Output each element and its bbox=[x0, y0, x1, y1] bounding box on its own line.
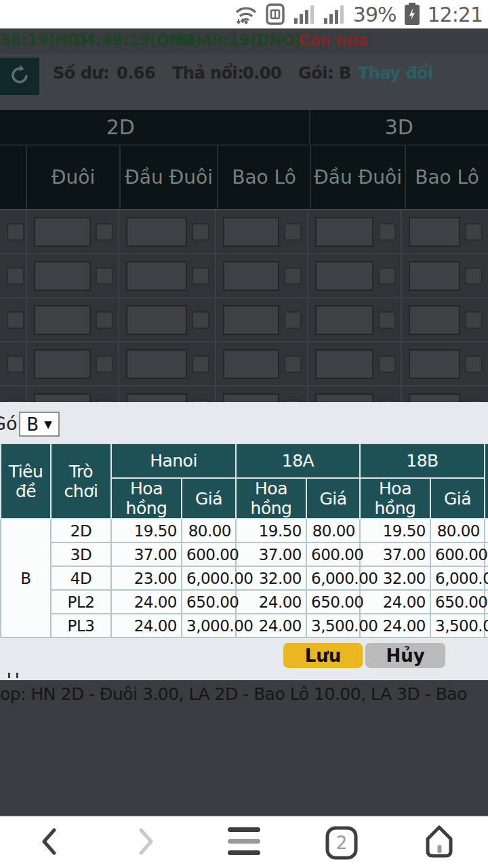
bet-checkbox[interactable] bbox=[465, 267, 483, 285]
bet-grid-cell bbox=[307, 254, 401, 297]
bet-amount-input[interactable] bbox=[315, 393, 373, 403]
bet-amount-input[interactable] bbox=[223, 393, 279, 403]
float-label: Thả nổi: bbox=[172, 64, 243, 83]
float-value: 0.00 bbox=[243, 64, 281, 83]
bet-grid-cell bbox=[26, 254, 119, 297]
bet-grid-cell bbox=[26, 342, 119, 385]
bet-checkbox[interactable] bbox=[284, 223, 302, 241]
header-tieu-de: Tiêu đề bbox=[1, 443, 51, 519]
bet-grid-cell bbox=[401, 342, 488, 385]
bet-checkbox[interactable] bbox=[378, 311, 396, 329]
bet-grid-cell bbox=[307, 342, 401, 385]
timer-bar: 38:19(HG) 04:49:19(QNG) 04:49:19(DNO) Cò… bbox=[0, 28, 488, 54]
bet-amount-input[interactable] bbox=[315, 305, 373, 335]
subheader-hoa-hong: Hoa hồng bbox=[360, 478, 430, 519]
bet-amount-input[interactable] bbox=[409, 217, 460, 247]
bet-amount-input[interactable] bbox=[126, 349, 187, 379]
bet-amount-input[interactable] bbox=[315, 349, 373, 379]
bet-checkbox[interactable] bbox=[465, 355, 483, 373]
rates-table: Tiêu đề Trò chơi Hanoi 18A 18B Hoa hồng … bbox=[0, 443, 488, 638]
wifi-icon bbox=[232, 4, 258, 24]
save-button[interactable]: Lưu bbox=[283, 643, 363, 668]
bet-grid-cell bbox=[215, 254, 307, 297]
table-row: 3D 37.00 600.00 37.00 600.00 37.00 600.0… bbox=[1, 542, 488, 566]
bet-table-group-header: 2D 3D bbox=[0, 110, 488, 146]
subheader-hoa-hong: Hoa hồng bbox=[236, 478, 306, 519]
bet-amount-input[interactable] bbox=[409, 393, 460, 403]
timer-hg: 38:19(HG) bbox=[0, 31, 87, 49]
bet-grid-body bbox=[0, 210, 488, 402]
bet-amount-input[interactable] bbox=[315, 261, 373, 291]
cancel-button[interactable]: Hủy bbox=[365, 643, 445, 668]
table-row: B 2D 19.50 80.00 19.50 80.00 19.50 80.00 bbox=[1, 519, 488, 542]
toolbar: Số dư: 0.66 Thả nổi: 0.00 Gói: B Thay đổ… bbox=[0, 54, 488, 110]
bet-checkbox[interactable] bbox=[284, 267, 302, 285]
bet-amount-input[interactable] bbox=[223, 305, 279, 335]
bet-amount-input[interactable] bbox=[34, 305, 91, 335]
bet-checkbox[interactable] bbox=[7, 355, 24, 373]
bet-checkbox[interactable] bbox=[96, 311, 113, 329]
home-button[interactable] bbox=[390, 817, 488, 868]
bet-amount-input[interactable] bbox=[126, 261, 187, 291]
bet-amount-input[interactable] bbox=[409, 261, 460, 291]
bet-checkbox[interactable] bbox=[192, 267, 209, 285]
back-button[interactable] bbox=[0, 817, 98, 868]
bet-amount-input[interactable] bbox=[34, 349, 91, 379]
bet-checkbox[interactable] bbox=[465, 223, 483, 241]
bet-checkbox[interactable] bbox=[7, 267, 24, 285]
bet-checkbox[interactable] bbox=[284, 355, 302, 373]
col-bao-lo: Bao Lô bbox=[217, 146, 310, 209]
browser-nav-bar: 2 bbox=[0, 816, 488, 868]
refresh-button[interactable] bbox=[0, 58, 39, 95]
bet-checkbox[interactable] bbox=[96, 223, 113, 241]
home-icon bbox=[422, 824, 456, 862]
bet-amount-input[interactable] bbox=[34, 393, 91, 403]
bet-amount-input[interactable] bbox=[34, 217, 91, 247]
bet-checkbox[interactable] bbox=[465, 311, 483, 329]
package-dropdown[interactable]: B ▼ bbox=[19, 412, 60, 437]
bet-checkbox[interactable] bbox=[192, 355, 209, 373]
bet-amount-input[interactable] bbox=[126, 217, 187, 247]
col-bao-lo-3d: Bao Lô bbox=[405, 146, 488, 209]
bet-amount-input[interactable] bbox=[126, 393, 187, 403]
bet-amount-input[interactable] bbox=[223, 261, 279, 291]
battery-charging-icon bbox=[403, 3, 421, 26]
bet-grid-row bbox=[0, 210, 488, 254]
package-rates-modal: Gói: B ▼ Tiêu đề Trò chơi Hanoi 18A 18B … bbox=[0, 402, 488, 680]
round-status: Còn nửa bbox=[298, 31, 367, 49]
bet-checkbox[interactable] bbox=[192, 311, 209, 329]
bet-grid-cell bbox=[401, 210, 488, 253]
signal-icon bbox=[293, 4, 317, 24]
bet-checkbox[interactable] bbox=[378, 355, 396, 373]
bet-checkbox[interactable] bbox=[7, 311, 24, 329]
bet-amount-input[interactable] bbox=[409, 349, 460, 379]
bet-grid-cell bbox=[118, 387, 215, 402]
bet-amount-input[interactable] bbox=[126, 305, 187, 335]
bet-grid-cell bbox=[401, 254, 488, 297]
package-value: B bbox=[339, 64, 351, 83]
bet-checkbox[interactable] bbox=[96, 355, 113, 373]
background-lower: op: HN 2D - Đuôi 3.00, LA 2D - Bao Lô 10… bbox=[0, 680, 488, 816]
forward-button[interactable] bbox=[98, 817, 195, 868]
bet-grid-row bbox=[0, 254, 488, 298]
menu-button[interactable] bbox=[195, 817, 293, 868]
bet-grid-cell bbox=[118, 254, 215, 297]
bet-amount-input[interactable] bbox=[409, 305, 460, 335]
bet-checkbox[interactable] bbox=[378, 267, 396, 285]
bet-checkbox[interactable] bbox=[96, 267, 113, 285]
subheader-gia: Giá bbox=[182, 478, 236, 519]
bet-checkbox[interactable] bbox=[378, 223, 396, 241]
tabs-button[interactable]: 2 bbox=[293, 817, 390, 868]
artifact-mark bbox=[8, 673, 10, 678]
bet-grid-cell bbox=[215, 298, 307, 341]
change-package-link[interactable]: Thay đổi bbox=[358, 64, 433, 83]
bet-amount-input[interactable] bbox=[315, 217, 373, 247]
bet-checkbox[interactable] bbox=[7, 223, 24, 241]
bet-grid-row bbox=[0, 342, 488, 387]
subheader-gia: Giá bbox=[306, 478, 360, 519]
bet-checkbox[interactable] bbox=[284, 311, 302, 329]
bet-checkbox[interactable] bbox=[192, 223, 209, 241]
bet-amount-input[interactable] bbox=[223, 217, 279, 247]
bet-amount-input[interactable] bbox=[223, 349, 279, 379]
bet-amount-input[interactable] bbox=[34, 261, 91, 291]
